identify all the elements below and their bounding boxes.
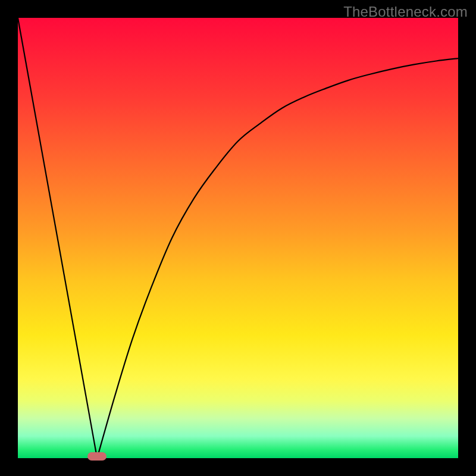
plot-area <box>18 18 458 458</box>
minimum-marker <box>87 452 107 461</box>
curve-svg <box>18 18 458 458</box>
watermark-text: TheBottleneck.com <box>343 4 468 20</box>
left-branch-line <box>18 18 97 458</box>
right-branch-line <box>97 58 458 458</box>
chart-frame: TheBottleneck.com <box>0 0 476 476</box>
